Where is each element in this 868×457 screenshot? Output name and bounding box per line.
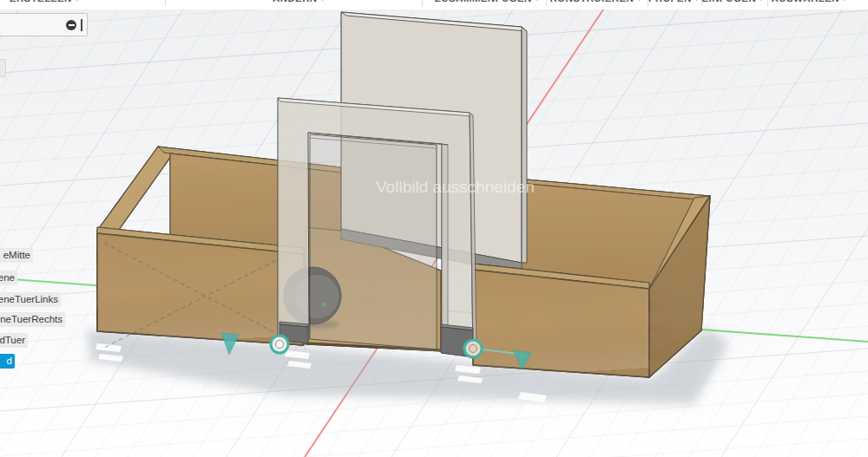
- chevron-down-icon: ▾: [321, 0, 325, 3]
- plane-tag-ebene[interactable]: ene: [0, 271, 17, 285]
- chevron-down-icon: ▾: [637, 0, 641, 3]
- toolbar-separator: [701, 0, 702, 6]
- menu-label: ÄNDERN: [273, 0, 318, 3]
- plane-tag-wandtuer[interactable]: dTuer: [0, 333, 28, 348]
- collapsed-browser-panel[interactable]: [0, 13, 88, 36]
- plane-tag-ebenetuerlinks[interactable]: eneTuerLinks: [0, 292, 61, 307]
- circle-minus-icon[interactable]: [66, 20, 76, 30]
- plane-tag-selected[interactable]: d: [0, 354, 15, 369]
- toolbar-separator: [165, 0, 166, 6]
- toolbar-menu-einfuegen[interactable]: EINFÜGEN ▾: [701, 0, 763, 10]
- plane-tag-ebenetuerrechts[interactable]: eneTuerRechts: [0, 312, 65, 327]
- chevron-down-icon: ▾: [76, 0, 79, 3]
- menu-label: ERSTELLEN: [10, 0, 72, 3]
- toolbar-menu-pruefen[interactable]: PRÜFEN ▾: [648, 0, 699, 10]
- toolbar-menu-auswaehlen[interactable]: AUSWÄHLEN ▾: [772, 0, 847, 10]
- chevron-down-icon: ▾: [760, 0, 763, 3]
- chevron-down-icon: ▾: [536, 0, 539, 3]
- glass-door-body[interactable]: [310, 134, 437, 349]
- toolbar-separator: [767, 0, 768, 6]
- main-toolbar: ERSTELLEN ▾ ÄNDERN ▾ ZUSAMMENFÜGEN ▾ KON…: [0, 0, 868, 10]
- fusion-viewport-window: Vollbild ausschneiden ERSTELLEN ▾ ÄNDERN…: [0, 0, 868, 457]
- text-caret: [81, 19, 82, 31]
- menu-label: EINFÜGEN: [701, 0, 756, 3]
- chevron-down-icon: ▾: [843, 0, 846, 3]
- toolbar-separator: [422, 0, 423, 6]
- toolbar-menu-erstellen[interactable]: ERSTELLEN ▾: [10, 0, 79, 10]
- menu-label: KONSTRUIEREN: [549, 0, 634, 3]
- clipped-panel-stub: [0, 59, 6, 77]
- toolbar-separator: [648, 0, 648, 6]
- menu-label: AUSWÄHLEN: [772, 0, 839, 3]
- toolbar-menu-konstruieren[interactable]: KONSTRUIEREN ▾: [549, 0, 641, 10]
- toolbar-separator: [546, 0, 547, 6]
- watermark-text: Vollbild ausschneiden: [376, 178, 535, 196]
- toolbar-menu-aendern[interactable]: ÄNDERN ▾: [273, 0, 325, 10]
- menu-label: PRÜFEN: [648, 0, 692, 3]
- chevron-down-icon: ▾: [695, 0, 699, 3]
- plane-tag-ebenemitte[interactable]: eMitte: [0, 248, 33, 263]
- model-canvas[interactable]: Vollbild ausschneiden: [0, 0, 868, 457]
- menu-label: ZUSAMMENFÜGEN: [435, 0, 532, 3]
- toolbar-menu-zusammenfuegen[interactable]: ZUSAMMENFÜGEN ▾: [435, 0, 539, 10]
